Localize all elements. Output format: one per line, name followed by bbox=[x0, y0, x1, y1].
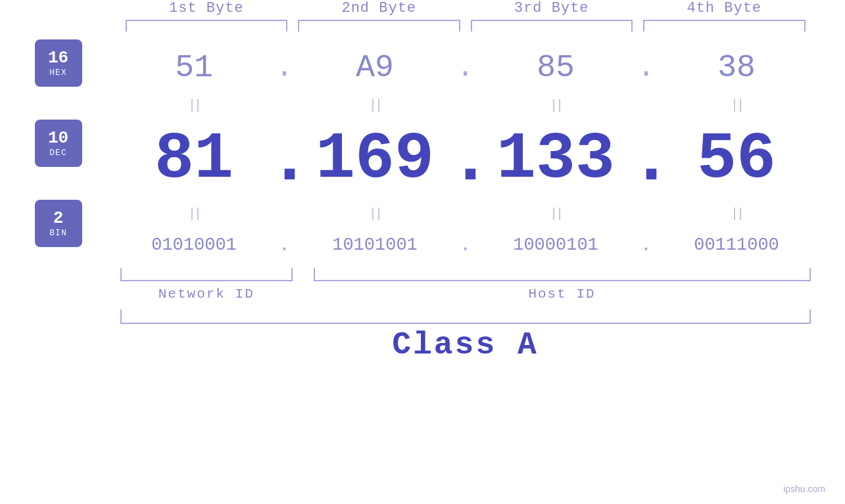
bin-byte3: 10000101 bbox=[482, 235, 630, 255]
network-id-label: Network ID bbox=[120, 286, 293, 302]
eq2-b4: || bbox=[663, 206, 811, 221]
host-bracket bbox=[314, 268, 811, 281]
bin-byte4: 00111000 bbox=[663, 235, 811, 255]
hex-badge-number: 16 bbox=[48, 49, 68, 68]
dec-dot2: . bbox=[449, 127, 482, 193]
byte3-header: 3rd Byte bbox=[466, 0, 639, 16]
hex-byte1: 51 bbox=[120, 50, 268, 85]
bin-badge-number: 2 bbox=[53, 209, 64, 228]
dec-badge-label: DEC bbox=[49, 148, 66, 158]
byte2-header: 2nd Byte bbox=[293, 0, 466, 16]
eq1-b3: || bbox=[482, 98, 630, 113]
hex-byte2: A9 bbox=[301, 50, 449, 85]
equals-row-2: || || || || bbox=[120, 202, 811, 225]
bin-dot1: . bbox=[268, 234, 301, 256]
eq2-b3: || bbox=[482, 206, 630, 221]
hex-badge: 16 HEX bbox=[35, 39, 82, 87]
bin-byte1: 01010001 bbox=[120, 235, 268, 255]
bracket-byte4 bbox=[643, 20, 806, 32]
ip-display: 1st Byte 2nd Byte 3rd Byte 4th Byte 51 bbox=[120, 0, 811, 363]
bottom-labels: Network ID Host ID bbox=[120, 286, 811, 302]
hex-byte4: 38 bbox=[663, 50, 811, 85]
eq1-b1: || bbox=[120, 98, 268, 113]
bottom-section: Network ID Host ID Class A bbox=[120, 268, 811, 363]
bracket-byte2 bbox=[298, 20, 460, 32]
byte4-header: 4th Byte bbox=[638, 0, 811, 16]
dec-badge-number: 10 bbox=[48, 129, 68, 148]
dec-row: 81 . 169 . 133 . bbox=[120, 117, 811, 202]
dec-byte3: 133 bbox=[482, 127, 630, 193]
host-id-label: Host ID bbox=[314, 286, 811, 302]
dec-byte2: 169 bbox=[301, 127, 449, 193]
eq2-b1: || bbox=[120, 206, 268, 221]
equals-row-1: || || || || bbox=[120, 94, 811, 117]
eq1-b4: || bbox=[663, 98, 811, 113]
hex-dot1: . bbox=[268, 51, 301, 85]
hex-dot3: . bbox=[630, 51, 663, 85]
bottom-brackets bbox=[120, 268, 811, 281]
dec-dot3: . bbox=[630, 127, 663, 193]
dec-dot1: . bbox=[268, 127, 301, 193]
bracket-byte1 bbox=[126, 20, 288, 32]
dec-badge: 10 DEC bbox=[35, 120, 82, 167]
dec-byte1: 81 bbox=[120, 127, 268, 193]
dec-byte4: 56 bbox=[663, 127, 811, 193]
hex-byte3: 85 bbox=[482, 50, 630, 85]
bin-dot2: . bbox=[449, 234, 482, 256]
bracket-byte3 bbox=[471, 20, 633, 32]
hex-dot2: . bbox=[449, 51, 482, 85]
eq2-b2: || bbox=[301, 206, 449, 221]
base-badges: 16 HEX 10 DEC 2 BIN bbox=[35, 0, 120, 247]
bin-dot3: . bbox=[630, 234, 663, 256]
watermark: ipshu.com bbox=[783, 484, 825, 494]
class-bracket bbox=[120, 309, 811, 324]
bin-badge-label: BIN bbox=[49, 228, 66, 238]
hex-row: 51 . A9 . 85 . bbox=[120, 41, 811, 94]
class-label: Class A bbox=[120, 327, 811, 363]
byte1-header: 1st Byte bbox=[120, 0, 293, 16]
bin-badge: 2 BIN bbox=[35, 200, 82, 247]
hex-badge-label: HEX bbox=[49, 68, 66, 78]
network-bracket bbox=[120, 268, 293, 281]
top-brackets bbox=[120, 20, 811, 32]
bin-byte2: 10101001 bbox=[301, 235, 449, 255]
eq1-b2: || bbox=[301, 98, 449, 113]
byte-headers: 1st Byte 2nd Byte 3rd Byte 4th Byte bbox=[120, 0, 811, 16]
bin-row: 01010001 . 10101001 . 10000101 bbox=[120, 225, 811, 265]
